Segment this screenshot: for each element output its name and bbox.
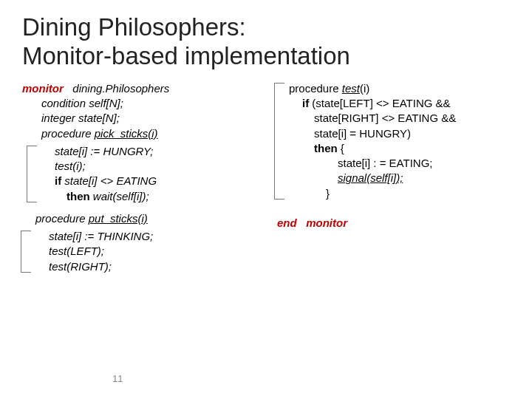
code-line: state[i] := HUNGRY;	[22, 144, 262, 159]
kw-monitor: monitor	[22, 82, 64, 95]
monitor-name: dining.Philosophers	[72, 82, 169, 95]
left-column: monitor dining.Philosophers condition se…	[22, 81, 262, 274]
code-line: test(i);	[22, 159, 262, 174]
title-line-2: Monitor-based implementation	[22, 42, 350, 69]
code-line: procedure pick_sticks(i)	[22, 126, 262, 141]
code-line: test(LEFT);	[16, 244, 262, 259]
code-line: integer state[N];	[22, 111, 262, 126]
bracket-icon	[21, 231, 31, 273]
end-monitor: end monitor	[270, 216, 510, 231]
pick-sticks-block: state[i] := HUNGRY; test(i); if state[i]…	[22, 144, 262, 204]
code-line: test(RIGHT);	[16, 259, 262, 274]
code-line: procedure test(i)	[270, 81, 510, 96]
content-columns: monitor dining.Philosophers condition se…	[22, 81, 510, 274]
code-line: state[i] = HUNGRY)	[270, 126, 510, 141]
code-line: procedure put_sticks(i)	[16, 211, 262, 226]
code-line: }	[270, 186, 510, 201]
code-line: signal(self[i]);	[270, 171, 510, 185]
code-line: monitor dining.Philosophers	[22, 81, 262, 96]
bracket-icon	[27, 146, 37, 202]
code-line: if (state[LEFT] <> EATING &&	[270, 96, 510, 111]
title-line-1: Dining Philosophers:	[22, 13, 246, 41]
code-line: if state[i] <> EATING	[22, 174, 262, 188]
code-line: then {	[270, 141, 510, 156]
code-line: state[i] : = EATING;	[270, 156, 510, 171]
code-line: state[RIGHT] <> EATING &&	[270, 111, 510, 126]
bracket-icon	[274, 83, 284, 200]
code-line: state[i] := THINKING;	[16, 229, 262, 244]
right-column: procedure test(i) if (state[LEFT] <> EAT…	[270, 81, 510, 274]
put-sticks-block: state[i] := THINKING; test(LEFT); test(R…	[22, 229, 262, 274]
test-block: procedure test(i) if (state[LEFT] <> EAT…	[270, 81, 510, 201]
page-number: 11	[112, 373, 123, 384]
slide-title: Dining Philosophers: Monitor-based imple…	[22, 13, 510, 71]
code-line: then wait(self[i]);	[22, 189, 262, 204]
code-line: condition self[N];	[22, 96, 262, 111]
